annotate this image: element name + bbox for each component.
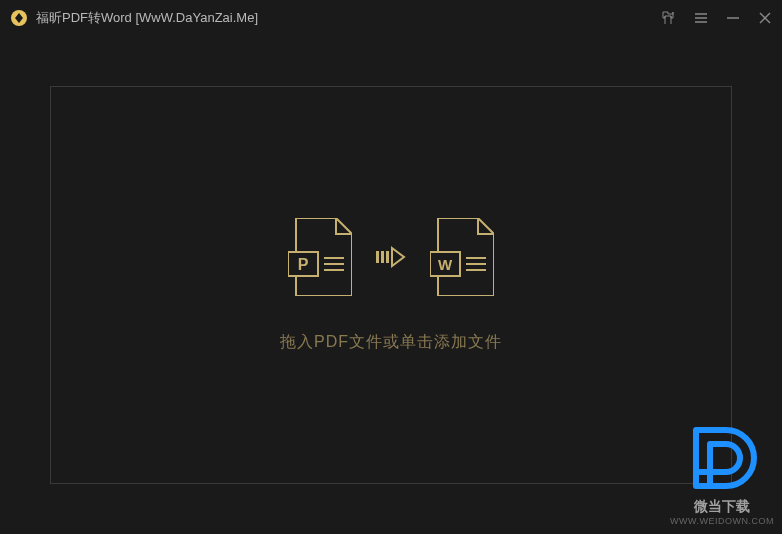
theme-button[interactable]: [660, 10, 676, 26]
word-file-icon: W: [430, 218, 494, 296]
menu-button[interactable]: [694, 11, 708, 25]
svg-rect-15: [386, 251, 389, 263]
pdf-file-icon: P: [288, 218, 352, 296]
main-area: P W: [0, 36, 782, 534]
drop-zone-text: 拖入PDF文件或单击添加文件: [280, 332, 502, 353]
close-button[interactable]: [758, 11, 772, 25]
svg-rect-13: [376, 251, 379, 263]
app-title: 福昕PDF转Word [WwW.DaYanZai.Me]: [36, 9, 660, 27]
window-controls: [660, 10, 772, 26]
drop-zone[interactable]: P W: [50, 86, 732, 484]
svg-rect-14: [381, 251, 384, 263]
minimize-button[interactable]: [726, 11, 740, 25]
arrow-right-icon: [376, 246, 406, 268]
conversion-icons: P W: [288, 218, 494, 296]
svg-text:W: W: [438, 256, 453, 273]
app-icon: [10, 9, 28, 27]
svg-text:P: P: [298, 256, 309, 273]
titlebar: 福昕PDF转Word [WwW.DaYanZai.Me]: [0, 0, 782, 36]
